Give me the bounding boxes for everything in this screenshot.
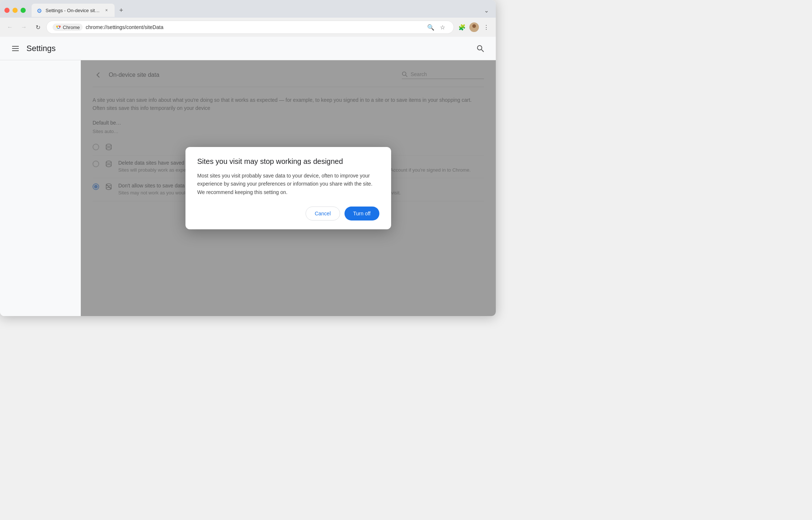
address-bar-row: ← → ↻ Chrome chrome://settings/content/s… <box>0 18 496 37</box>
bookmark-icon[interactable]: ☆ <box>437 22 448 32</box>
tab-close-button[interactable]: × <box>104 7 109 13</box>
chrome-label: Chrome <box>63 25 80 30</box>
hamburger-menu-button[interactable] <box>9 42 22 55</box>
settings-header: Settings <box>0 37 496 60</box>
browser-toolbar: 🧩 ⋮ <box>457 22 491 32</box>
svg-point-2 <box>472 24 476 28</box>
dialog-actions: Cancel Turn off <box>197 207 379 220</box>
address-icons: 🔍 ☆ <box>426 22 448 32</box>
hamburger-icon <box>12 46 19 51</box>
address-field[interactable]: Chrome chrome://settings/content/siteDat… <box>46 21 454 34</box>
chrome-badge: Chrome <box>53 24 83 31</box>
back-button[interactable]: ← <box>4 22 15 33</box>
tab-dropdown-button[interactable]: ⌄ <box>481 5 491 15</box>
new-tab-button[interactable]: + <box>116 5 126 15</box>
avatar[interactable] <box>469 22 479 32</box>
traffic-lights <box>4 8 26 13</box>
settings-page: Settings On- <box>0 37 496 316</box>
svg-point-7 <box>477 46 482 50</box>
dialog-title: Sites you visit may stop working as desi… <box>197 157 379 166</box>
url-display[interactable]: chrome://settings/content/siteData <box>86 24 423 30</box>
svg-rect-5 <box>12 48 19 49</box>
tab-title: Settings - On-device site da… <box>46 8 101 13</box>
dialog-body: Most sites you visit probably save data … <box>197 172 379 196</box>
settings-search-button[interactable] <box>474 42 487 55</box>
close-window-button[interactable] <box>4 8 10 13</box>
zoom-icon[interactable]: 🔍 <box>426 22 436 32</box>
svg-rect-6 <box>12 50 19 51</box>
turn-off-button[interactable]: Turn off <box>344 207 379 220</box>
svg-point-1 <box>58 26 59 28</box>
svg-rect-4 <box>12 46 19 47</box>
dialog: Sites you visit may stop working as desi… <box>185 147 391 229</box>
maximize-window-button[interactable] <box>21 8 26 13</box>
tab-favicon-icon: ⚙ <box>37 7 43 13</box>
menu-icon[interactable]: ⋮ <box>481 22 491 32</box>
active-tab[interactable]: ⚙ Settings - On-device site da… × <box>32 4 115 17</box>
cancel-button[interactable]: Cancel <box>306 207 340 220</box>
browser-frame: ⚙ Settings - On-device site da… × + ⌄ ← … <box>0 0 496 37</box>
dialog-overlay: Sites you visit may stop working as desi… <box>81 60 496 316</box>
reload-button[interactable]: ↻ <box>32 22 43 33</box>
sidebar <box>0 60 81 316</box>
forward-button[interactable]: → <box>18 22 29 33</box>
settings-body: On-device site data A site you visit can… <box>0 60 496 316</box>
tab-bar: ⚙ Settings - On-device site da… × + ⌄ <box>0 0 496 18</box>
search-icon <box>477 45 484 52</box>
settings-title: Settings <box>26 44 474 53</box>
svg-line-8 <box>481 50 484 52</box>
minimize-window-button[interactable] <box>12 8 18 13</box>
chrome-logo-icon <box>55 24 61 30</box>
svg-point-3 <box>471 28 477 32</box>
main-content: On-device site data A site you visit can… <box>81 60 496 316</box>
extensions-icon[interactable]: 🧩 <box>457 22 467 32</box>
